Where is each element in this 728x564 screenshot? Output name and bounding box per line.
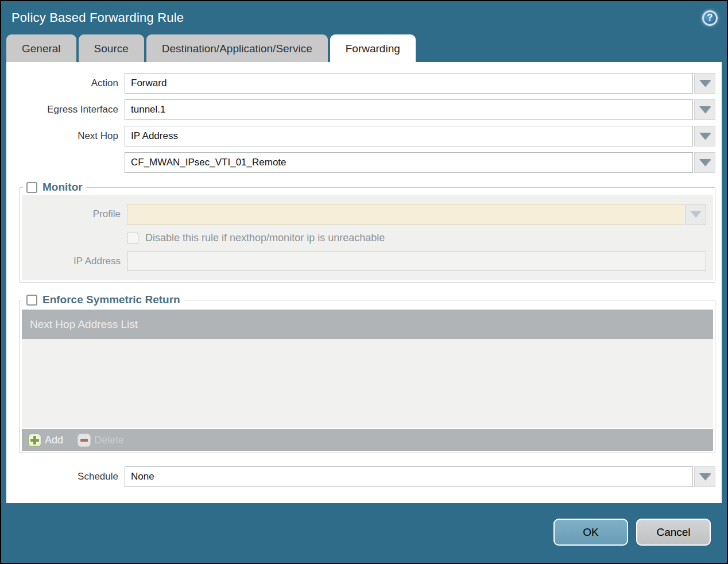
profile-label: Profile — [22, 208, 127, 220]
next-hop-label: Next Hop — [20, 130, 125, 142]
next-hop-row: Next Hop IP Address — [20, 126, 715, 146]
chevron-down-icon — [699, 473, 711, 480]
forwarding-tab-panel: Action Forward Egress Interface tunnel.1… — [6, 62, 722, 503]
next-hop-address-list-body[interactable] — [22, 339, 713, 428]
action-row: Action Forward — [20, 73, 715, 94]
monitor-legend-label: Monitor — [42, 181, 83, 194]
next-hop-type-select[interactable]: IP Address — [125, 126, 693, 146]
disable-rule-row: Disable this rule if nexthop/monitor ip … — [127, 232, 706, 244]
next-hop-address-list-toolbar: Add Delete — [22, 429, 713, 451]
monitor-legend: Monitor — [23, 181, 86, 194]
symmetric-return-fieldset: Enforce Symmetric Return Next Hop Addres… — [20, 293, 715, 453]
tab-forwarding[interactable]: Forwarding — [330, 34, 416, 62]
help-icon[interactable]: ? — [702, 10, 718, 26]
monitor-ip-input — [127, 252, 706, 271]
next-hop-address-list-table: Next Hop Address List Add Delete — [22, 310, 713, 451]
chevron-down-icon — [699, 133, 711, 140]
next-hop-address-dropdown-button[interactable] — [694, 152, 715, 173]
monitor-checkbox[interactable] — [26, 182, 37, 193]
ok-button[interactable]: OK — [553, 519, 628, 546]
disable-rule-checkbox — [127, 233, 138, 244]
action-dropdown-button[interactable] — [694, 73, 715, 94]
policy-based-forwarding-dialog: Policy Based Forwarding Rule ? General S… — [0, 0, 728, 564]
schedule-select[interactable]: None — [125, 466, 693, 487]
dialog-titlebar: Policy Based Forwarding Rule ? — [1, 1, 727, 34]
chevron-down-icon — [699, 80, 711, 87]
chevron-down-icon — [699, 106, 711, 113]
schedule-row: Schedule None — [20, 466, 715, 487]
monitor-ip-row: IP Address — [22, 252, 706, 271]
egress-interface-row: Egress Interface tunnel.1 — [20, 99, 715, 120]
schedule-dropdown-button[interactable] — [694, 466, 715, 487]
monitor-body: Profile Disable this rule if nexthop/mon… — [22, 195, 713, 280]
profile-dropdown-button — [685, 204, 706, 225]
disable-rule-label: Disable this rule if nexthop/monitor ip … — [145, 232, 385, 244]
symmetric-return-legend: Enforce Symmetric Return — [23, 293, 184, 306]
action-select[interactable]: Forward — [125, 73, 693, 94]
profile-select — [127, 204, 684, 225]
plus-icon — [29, 434, 41, 446]
tab-general[interactable]: General — [6, 34, 76, 62]
next-hop-type-dropdown-button[interactable] — [694, 126, 715, 146]
chevron-down-icon — [699, 159, 711, 166]
chevron-down-icon — [690, 211, 702, 218]
add-button-label: Add — [45, 434, 63, 446]
delete-button-label: Delete — [94, 434, 124, 446]
egress-interface-select[interactable]: tunnel.1 — [125, 99, 693, 120]
symmetric-return-legend-label: Enforce Symmetric Return — [42, 293, 180, 306]
dialog-title: Policy Based Forwarding Rule — [11, 10, 184, 25]
symmetric-return-checkbox[interactable] — [26, 295, 37, 306]
next-hop-address-list-header: Next Hop Address List — [22, 310, 713, 339]
next-hop-address-row: CF_MWAN_IPsec_VTI_01_Remote — [20, 152, 715, 173]
schedule-label: Schedule — [20, 471, 125, 482]
profile-row: Profile — [22, 204, 706, 225]
tab-source[interactable]: Source — [79, 34, 144, 62]
add-button[interactable]: Add — [29, 434, 63, 446]
tab-destination-application-service[interactable]: Destination/Application/Service — [146, 34, 328, 62]
monitor-ip-label: IP Address — [22, 256, 127, 267]
tab-bar: General Source Destination/Application/S… — [1, 34, 727, 62]
action-label: Action — [20, 78, 125, 89]
delete-button: Delete — [78, 434, 124, 446]
minus-icon — [78, 434, 90, 446]
monitor-fieldset: Monitor Profile Disable this rule if nex… — [20, 181, 715, 283]
egress-interface-dropdown-button[interactable] — [694, 99, 715, 120]
dialog-footer: OK Cancel — [1, 503, 727, 546]
egress-interface-label: Egress Interface — [20, 104, 125, 115]
next-hop-address-select[interactable]: CF_MWAN_IPsec_VTI_01_Remote — [125, 152, 693, 173]
cancel-button[interactable]: Cancel — [636, 519, 711, 546]
